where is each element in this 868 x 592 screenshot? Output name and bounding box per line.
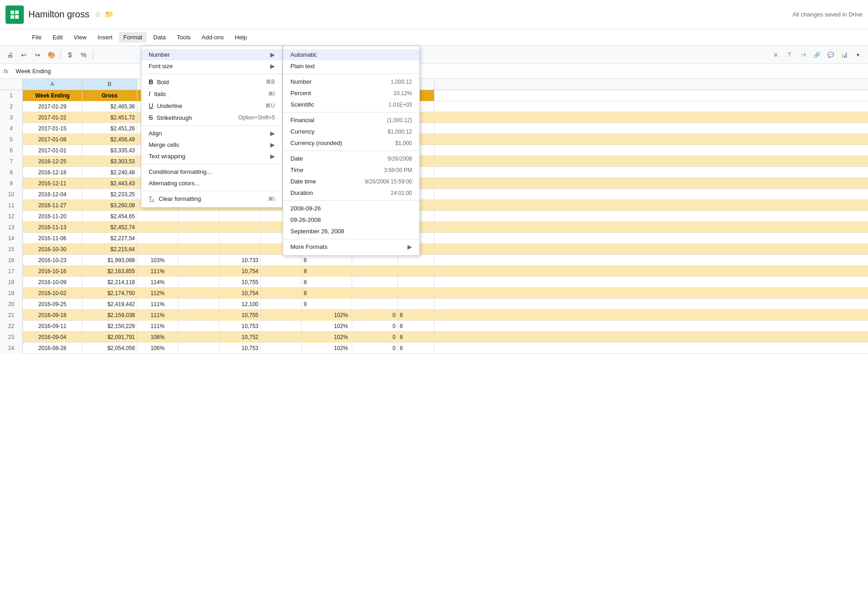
data-cell[interactable]: 2017-01-01 [23,145,82,156]
data-cell[interactable]: 102% [302,343,352,354]
data-cell[interactable]: 2016-12-25 [23,156,82,167]
data-cell[interactable]: 8 [302,288,352,299]
menu-italic-item[interactable]: I Italic ⌘I [141,88,282,100]
data-cell[interactable] [398,266,434,277]
menu-tools[interactable]: Tools [172,32,195,43]
data-cell[interactable]: $2,150,229 [82,321,137,332]
data-cell[interactable]: 111% [137,299,178,310]
data-cell[interactable]: $2,159,038 [82,310,137,321]
data-cell[interactable]: 10,755 [220,310,261,321]
data-cell[interactable]: 8 [398,321,434,332]
data-cell[interactable]: 106% [137,343,178,354]
menu-fontsize-item[interactable]: Font size ▶ [141,60,282,72]
submenu-number-item[interactable]: Number 1,000.12 [283,76,419,87]
menu-alternating-item[interactable]: Alternating colors... [141,178,282,189]
data-cell[interactable] [220,211,261,222]
data-cell[interactable]: 103% [137,255,178,266]
submenu-isodate1-item[interactable]: 2008-09-26 [283,203,419,214]
data-cell[interactable]: 2016-08-28 [23,343,82,354]
data-cell[interactable] [261,310,302,321]
data-cell[interactable]: 2016-10-02 [23,288,82,299]
data-cell[interactable]: 2016-10-30 [23,244,82,255]
data-cell[interactable] [261,321,302,332]
data-cell[interactable] [178,321,220,332]
data-cell[interactable] [261,288,302,299]
menu-file[interactable]: File [27,32,46,43]
data-cell[interactable]: 2017-01-29 [23,101,82,112]
submenu-automatic-item[interactable]: Automatic [283,49,419,60]
menu-number-item[interactable]: Number ▶ [141,49,282,60]
data-cell[interactable]: $3,303,53 [82,156,137,167]
data-cell[interactable]: 8 [398,332,434,343]
submenu-currency-rounded-item[interactable]: Currency (rounded) $1,000 [283,137,419,149]
menu-help[interactable]: Help [230,32,252,43]
data-cell[interactable] [261,266,302,277]
menu-underline-item[interactable]: U Underline ⌘U [141,100,282,112]
data-cell[interactable]: Gross [82,90,137,101]
data-cell[interactable]: $2,227,54 [82,233,137,244]
data-cell[interactable]: 2016-09-11 [23,321,82,332]
data-cell[interactable] [137,222,178,233]
col-header-A[interactable]: A [23,79,82,90]
data-cell[interactable] [137,244,178,255]
data-cell[interactable]: $2,174,750 [82,288,137,299]
data-cell[interactable]: 102% [302,310,352,321]
data-cell[interactable]: 112% [137,288,178,299]
data-cell[interactable]: $2,233,25 [82,189,137,200]
data-cell[interactable] [220,244,261,255]
paint-format-button[interactable]: 🎨 [45,48,58,61]
data-cell[interactable]: $3,260,08 [82,200,137,211]
col-header-B[interactable]: B [82,79,137,90]
data-cell[interactable]: $2,454,65 [82,211,137,222]
submenu-percent-item[interactable]: Percent 10.12% [283,87,419,99]
submenu-date-item[interactable]: Date 9/26/2008 [283,153,419,164]
data-cell[interactable]: 2016-09-18 [23,310,82,321]
data-cell[interactable]: 102% [302,321,352,332]
data-cell[interactable]: $2,451,72 [82,112,137,123]
data-cell[interactable]: 111% [137,266,178,277]
data-cell[interactable]: $2,163,855 [82,266,137,277]
data-cell[interactable]: 2016-10-16 [23,266,82,277]
menu-strikethrough-item[interactable]: S Strikethrough Option+Shift+5 [141,112,282,124]
submenu-scientific-item[interactable]: Scientific 1.01E+03 [283,99,419,110]
menu-view[interactable]: View [69,32,91,43]
data-cell[interactable]: 2016-11-20 [23,211,82,222]
submenu-financial-item[interactable]: Financial (1,000.12) [283,114,419,126]
data-cell[interactable] [178,288,220,299]
data-cell[interactable] [178,233,220,244]
data-cell[interactable] [220,233,261,244]
data-cell[interactable]: 2016-11-27 [23,200,82,211]
data-cell[interactable]: 2017-01-15 [23,123,82,134]
data-cell[interactable]: 2016-10-09 [23,277,82,288]
formula-cell-value[interactable]: Week Ending [12,67,54,75]
menu-align-item[interactable]: Align ▶ [141,128,282,139]
data-cell[interactable] [178,255,220,266]
data-cell[interactable]: 8 [302,277,352,288]
menu-edit[interactable]: Edit [48,32,67,43]
data-cell[interactable]: 0 [352,310,398,321]
data-cell[interactable]: $2,456,49 [82,134,137,145]
data-cell[interactable] [178,266,220,277]
data-cell[interactable]: 111% [137,310,178,321]
data-cell[interactable]: 8 [398,310,434,321]
data-cell[interactable]: 114% [137,277,178,288]
submenu-currency-item[interactable]: Currency $1,000.12 [283,126,419,137]
folder-icon[interactable]: 📁 [105,10,114,19]
data-cell[interactable]: $2,443,43 [82,178,137,189]
data-cell[interactable]: 111% [137,321,178,332]
data-cell[interactable]: $2,465,36 [82,101,137,112]
data-cell[interactable] [352,255,398,266]
data-cell[interactable]: 108% [137,332,178,343]
data-cell[interactable]: 2016-09-04 [23,332,82,343]
data-cell[interactable]: 9 [302,299,352,310]
data-cell[interactable]: 2016-10-23 [23,255,82,266]
menu-bold-item[interactable]: B Bold ⌘B [141,76,282,88]
data-cell[interactable]: 0 [352,343,398,354]
data-cell[interactable]: 102% [302,332,352,343]
menu-textwrap-item[interactable]: Text wrapping ▶ [141,151,282,162]
data-cell[interactable]: 2016-09-25 [23,299,82,310]
data-cell[interactable] [178,299,220,310]
text-dir-button[interactable]: ⊣ [797,48,809,61]
data-cell[interactable] [178,211,220,222]
print-button[interactable]: 🖨 [4,48,16,61]
